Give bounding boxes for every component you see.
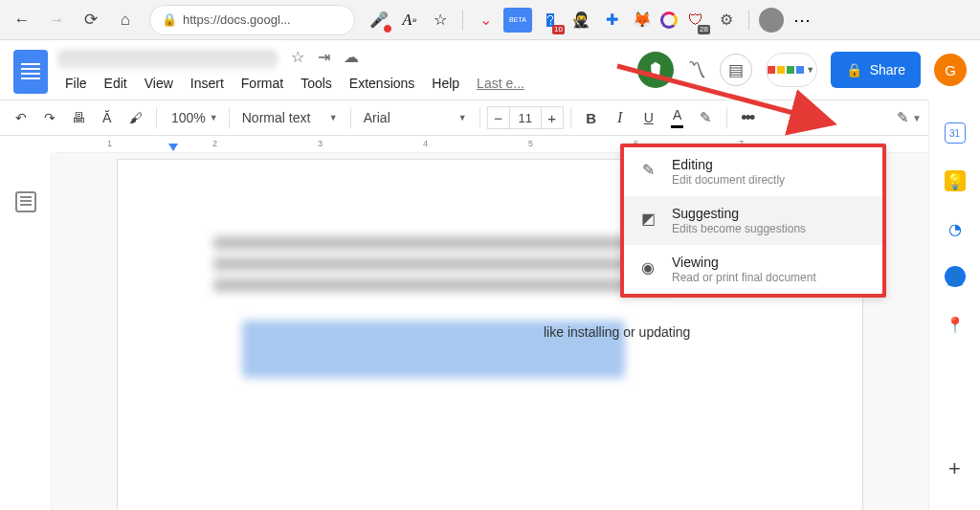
menu-insert[interactable]: Insert — [183, 72, 232, 95]
move-icon[interactable]: ⇥ — [318, 48, 330, 66]
profile-avatar[interactable] — [759, 8, 784, 33]
contacts-app-icon[interactable]: 👤 — [945, 266, 966, 287]
font-size-group: − 11 + — [487, 106, 564, 129]
back-button[interactable]: ← — [6, 4, 38, 36]
comments-icon[interactable]: ▤ — [720, 54, 752, 86]
editing-mode-menu: ✎ Editing Edit document directly ◩ Sugge… — [620, 144, 886, 298]
menu-edit[interactable]: Edit — [97, 72, 135, 95]
refresh-button[interactable]: ⟳ — [75, 4, 107, 36]
star-icon[interactable]: ☆ — [291, 48, 304, 66]
increase-font-button[interactable]: + — [541, 106, 564, 129]
font-size-input[interactable]: 11 — [510, 106, 541, 129]
outline-icon[interactable] — [15, 191, 36, 212]
favorite-icon[interactable]: ☆ — [428, 8, 453, 33]
last-edit-link[interactable]: Last e... — [469, 72, 532, 95]
calendar-app-icon[interactable]: 31 — [945, 122, 966, 144]
account-avatar[interactable]: G — [934, 54, 967, 86]
docs-header: ☆ ⇥ ☁ File Edit View Insert Format Tools… — [0, 40, 980, 100]
paragraph-style-select[interactable]: Normal text▼ — [236, 110, 344, 125]
menu-tools[interactable]: Tools — [293, 72, 340, 95]
lock-icon: 🔒 — [846, 62, 862, 78]
editing-mode-button[interactable]: ✎ ▼ — [891, 109, 927, 126]
suggest-icon: ◩ — [637, 208, 658, 229]
shield-extension-icon[interactable]: 🛡28 — [683, 8, 708, 33]
bold-button[interactable]: B — [578, 104, 605, 131]
home-button[interactable]: ⌂ — [109, 4, 142, 36]
outline-sidebar — [0, 153, 52, 510]
address-bar[interactable]: 🔒 https://docs.googl... — [149, 5, 355, 35]
docs-logo-icon[interactable] — [13, 50, 48, 94]
menu-extensions[interactable]: Extensions — [342, 72, 422, 95]
lock-icon: 🔒 — [162, 12, 177, 27]
paint-format-button[interactable]: 🖌 — [122, 104, 149, 131]
visible-text-fragment: like installing or updating — [544, 324, 690, 340]
pencil-icon: ✎ — [637, 159, 658, 180]
eye-icon: ◉ — [637, 256, 658, 277]
circle-extension-icon[interactable] — [660, 11, 678, 29]
share-button[interactable]: 🔒 Share — [831, 52, 921, 88]
cloud-status-icon[interactable]: ☁ — [344, 48, 359, 66]
browser-menu-icon[interactable]: ⋯ — [790, 8, 814, 33]
print-button[interactable]: 🖶 — [65, 104, 92, 131]
mode-option-suggesting[interactable]: ◩ Suggesting Edits become suggestions — [624, 196, 882, 245]
font-select[interactable]: Arial▼ — [358, 110, 473, 125]
document-title[interactable] — [57, 50, 278, 69]
forward-button[interactable]: → — [40, 4, 73, 36]
calendar-extension-icon[interactable]: 🯄10 — [538, 8, 563, 33]
browser-toolbar: ← → ⟳ ⌂ 🔒 https://docs.googl... 🎤 A» ☆ ⌄… — [0, 0, 980, 40]
mic-status-icon[interactable]: 🎤 — [367, 8, 391, 33]
plus-extension-icon[interactable]: ✚ — [599, 8, 624, 33]
meet-button[interactable]: ▼ — [766, 53, 817, 87]
pencil-icon: ✎ — [897, 109, 909, 126]
menu-file[interactable]: File — [57, 72, 95, 95]
redo-button[interactable]: ↷ — [36, 104, 63, 131]
maps-app-icon[interactable]: 📍 — [945, 314, 966, 335]
spellcheck-button[interactable]: Ӑ — [94, 104, 121, 131]
pocket-extension-icon[interactable]: ⌄ — [473, 8, 498, 33]
ninja-extension-icon[interactable]: 🥷 — [568, 8, 593, 33]
text-color-button[interactable]: A — [664, 104, 691, 131]
mode-option-editing[interactable]: ✎ Editing Edit document directly — [624, 147, 882, 196]
extensions-menu-icon[interactable]: ⚙ — [714, 8, 739, 33]
separator — [748, 10, 749, 31]
decrease-font-button[interactable]: − — [487, 106, 510, 129]
tasks-app-icon[interactable]: ◔ — [945, 218, 966, 239]
keep-app-icon[interactable]: 💡 — [945, 170, 966, 191]
undo-button[interactable]: ↶ — [8, 104, 34, 131]
menu-bar: File Edit View Insert Format Tools Exten… — [57, 72, 532, 95]
separator — [462, 10, 463, 31]
menu-view[interactable]: View — [137, 72, 181, 95]
highlight-button[interactable]: ✎ — [693, 104, 720, 131]
url-text: https://docs.googl... — [183, 12, 291, 27]
menu-format[interactable]: Format — [234, 72, 291, 95]
side-panel: 31 💡 ◔ 👤 📍 + — [928, 100, 980, 510]
underline-button[interactable]: U — [635, 104, 662, 131]
beta-extension-icon[interactable]: BETA — [503, 8, 532, 33]
add-addon-button[interactable]: + — [948, 456, 961, 481]
activity-icon[interactable]: 〽 — [687, 59, 706, 81]
share-label: Share — [870, 62, 905, 78]
more-tools-button[interactable]: ••• — [734, 104, 761, 131]
italic-button[interactable]: I — [607, 104, 634, 131]
read-aloud-icon[interactable]: A» — [397, 8, 422, 33]
metamask-extension-icon[interactable]: 🦊 — [630, 8, 655, 33]
formatting-toolbar: ↶ ↷ 🖶 Ӑ 🖌 100%▼ Normal text▼ Arial▼ − 11… — [0, 100, 980, 136]
menu-help[interactable]: Help — [424, 72, 467, 95]
indent-marker[interactable] — [168, 144, 178, 151]
presence-avatar[interactable] — [637, 52, 674, 88]
zoom-select[interactable]: 100%▼ — [164, 110, 222, 125]
mode-option-viewing[interactable]: ◉ Viewing Read or print final document — [624, 245, 882, 294]
